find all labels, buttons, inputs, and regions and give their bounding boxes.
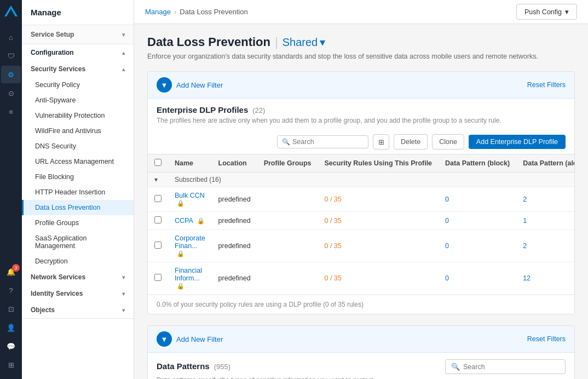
- col-profile-groups: Profile Groups: [257, 154, 318, 173]
- col-data-pattern-ale: Data Pattern (ale...): [516, 154, 574, 173]
- shared-chevron: ▾: [320, 36, 325, 49]
- shared-dropdown[interactable]: Shared ▾: [283, 36, 326, 49]
- table-row: Financial Inform... 🔒 predefined 0 / 35 …: [148, 262, 574, 295]
- nav-icon-user[interactable]: 👤: [1, 319, 21, 336]
- subscribed-expand[interactable]: ▾: [148, 173, 168, 187]
- configuration-header[interactable]: Configuration ▴: [22, 44, 134, 61]
- sidebar-item-saas[interactable]: SaaS Application Management: [22, 231, 134, 254]
- nav-icon-chat[interactable]: 💬: [1, 337, 21, 355]
- row-checkbox[interactable]: [148, 187, 168, 212]
- enterprise-filter-icon: ▼: [157, 77, 172, 93]
- sidebar-item-vulnerability-protection[interactable]: Vulnerability Protection: [22, 108, 134, 123]
- enterprise-reset-filters-button[interactable]: Reset Filters: [527, 81, 566, 89]
- app-logo[interactable]: [3, 4, 19, 20]
- nav-icon-settings[interactable]: ⚙: [1, 66, 21, 83]
- row-data-ale: 1: [516, 212, 574, 230]
- nav-icon-help[interactable]: ?: [1, 282, 21, 299]
- security-services-header[interactable]: Security Services ▴: [22, 61, 134, 77]
- topbar: Manage › Data Loss Prevention Push Confi…: [134, 0, 588, 24]
- page-content: Data Loss Prevention | Shared ▾ Enforce …: [134, 24, 588, 379]
- select-all-checkbox[interactable]: [154, 159, 162, 166]
- row-checkbox[interactable]: [148, 230, 168, 262]
- nav-icon-home[interactable]: ⌂: [1, 28, 21, 46]
- shared-label: Shared: [283, 36, 318, 49]
- nav-icon-network[interactable]: ⊙: [1, 84, 21, 102]
- col-security-rules: Security Rules Using This Profile: [318, 154, 439, 173]
- enterprise-table: Name Location Profile Groups Security Ru…: [148, 154, 574, 295]
- nav-icon-monitor[interactable]: ⊡: [1, 300, 21, 318]
- security-services-chevron: ▴: [122, 66, 125, 72]
- row-name-link[interactable]: CCPA: [175, 217, 193, 225]
- dp-add-filter-button[interactable]: Add New Filter: [176, 335, 223, 343]
- network-services-header[interactable]: Network Services ▾: [22, 269, 134, 285]
- enterprise-grid-view-button[interactable]: ⊞: [373, 134, 389, 150]
- breadcrumb-current: Data Loss Prevention: [180, 8, 247, 16]
- row-name: Financial Inform... 🔒: [168, 262, 212, 295]
- sidebar-item-http-header[interactable]: HTTP Header Insertion: [22, 185, 134, 200]
- enterprise-search-box[interactable]: 🔍: [277, 135, 368, 148]
- main-content: Manage › Data Loss Prevention Push Confi…: [134, 0, 588, 379]
- col-checkbox: [148, 154, 168, 173]
- enterprise-add-button[interactable]: Add Enterprise DLP Profile: [469, 135, 566, 149]
- sidebar-item-security-policy[interactable]: Security Policy: [22, 77, 134, 93]
- sidebar-item-profile-groups[interactable]: Profile Groups: [22, 215, 134, 231]
- sidebar-item-dlp[interactable]: Data Loss Prevention: [22, 200, 134, 215]
- network-services-label: Network Services: [31, 273, 85, 281]
- row-name: CCPA 🔒: [168, 212, 212, 230]
- dp-search-input[interactable]: [463, 363, 560, 371]
- row-location: predefined: [212, 187, 257, 212]
- nav-icon-shield[interactable]: 🛡: [1, 47, 21, 65]
- enterprise-add-filter-button[interactable]: Add New Filter: [176, 81, 223, 89]
- row-name: Bulk CCN 🔒: [168, 187, 212, 212]
- row-checkbox[interactable]: [148, 212, 168, 230]
- dp-title-row: Data Patterns (955) 🔍: [148, 353, 574, 376]
- dp-search-box[interactable]: 🔍: [445, 359, 566, 374]
- row-security-rules: 0 / 35: [318, 262, 439, 295]
- enterprise-clone-button[interactable]: Clone: [432, 134, 464, 150]
- sidebar-item-anti-spyware[interactable]: Anti-Spyware: [22, 93, 134, 108]
- enterprise-section-title: Enterprise DLP Profiles: [157, 105, 248, 114]
- service-setup-header[interactable]: Service Setup ▾: [22, 25, 134, 44]
- security-services-label: Security Services: [31, 65, 85, 73]
- push-config-label: Push Config: [524, 8, 562, 16]
- dp-section-title: Data Patterns: [157, 361, 210, 371]
- row-checkbox[interactable]: [148, 262, 168, 295]
- dp-reset-filters-button[interactable]: Reset Filters: [527, 335, 566, 343]
- row-name-link[interactable]: Financial Inform...: [175, 267, 202, 282]
- dp-filter-bar: ▼ Add New Filter Reset Filters: [148, 326, 574, 353]
- enterprise-table-toolbar: 🔍 ⊞ Delete Clone Add Enterprise DLP Prof…: [148, 130, 574, 154]
- enterprise-search-input[interactable]: [292, 138, 364, 146]
- row-data-block: 0: [439, 187, 516, 212]
- nav-icon-apps[interactable]: ⊞: [1, 356, 21, 374]
- breadcrumb-parent[interactable]: Manage: [145, 8, 171, 16]
- network-services-chevron: ▾: [122, 274, 125, 280]
- row-location: predefined: [212, 212, 257, 230]
- subscribed-label: Subscribed (16): [168, 173, 574, 187]
- row-data-block: 0: [439, 262, 516, 295]
- push-config-button[interactable]: Push Config ▾: [516, 4, 577, 20]
- dp-search-icon: 🔍: [451, 363, 460, 371]
- breadcrumb: Manage › Data Loss Prevention: [145, 8, 248, 16]
- page-subtitle: Enforce your organization's data securit…: [147, 53, 575, 60]
- row-profile-groups: [257, 212, 318, 230]
- identity-services-header[interactable]: Identity Services ▾: [22, 285, 134, 302]
- icon-rail: ⌂ 🛡 ⚙ ⊙ ≡ 🔔 3 ? ⊡ 👤 💬 ⊞: [0, 0, 22, 379]
- dp-filter-left: ▼ Add New Filter: [157, 331, 223, 347]
- push-config-chevron: ▾: [565, 8, 569, 16]
- sidebar: Manage Service Setup ▾ Configuration ▴ S…: [22, 0, 134, 379]
- nav-icon-alerts[interactable]: 🔔 3: [1, 263, 21, 280]
- nav-icon-list[interactable]: ≡: [1, 103, 21, 120]
- enterprise-search-icon: 🔍: [282, 138, 290, 146]
- sidebar-item-wildfire[interactable]: WildFire and Antivirus: [22, 123, 134, 139]
- sidebar-item-file-blocking[interactable]: File Blocking: [22, 169, 134, 185]
- service-setup-label: Service Setup: [31, 31, 74, 38]
- identity-services-label: Identity Services: [31, 290, 83, 297]
- sidebar-item-url-access[interactable]: URL Access Management: [22, 154, 134, 169]
- objects-header[interactable]: Objects ▾: [22, 302, 134, 318]
- row-name-link[interactable]: Bulk CCN: [175, 192, 205, 199]
- subscribed-group-row: ▾ Subscribed (16): [148, 173, 574, 187]
- enterprise-delete-button[interactable]: Delete: [394, 134, 428, 150]
- row-name-link[interactable]: Corporate Finan...: [175, 234, 205, 250]
- sidebar-item-dns-security[interactable]: DNS Security: [22, 139, 134, 154]
- sidebar-item-decryption[interactable]: Decryption: [22, 254, 134, 269]
